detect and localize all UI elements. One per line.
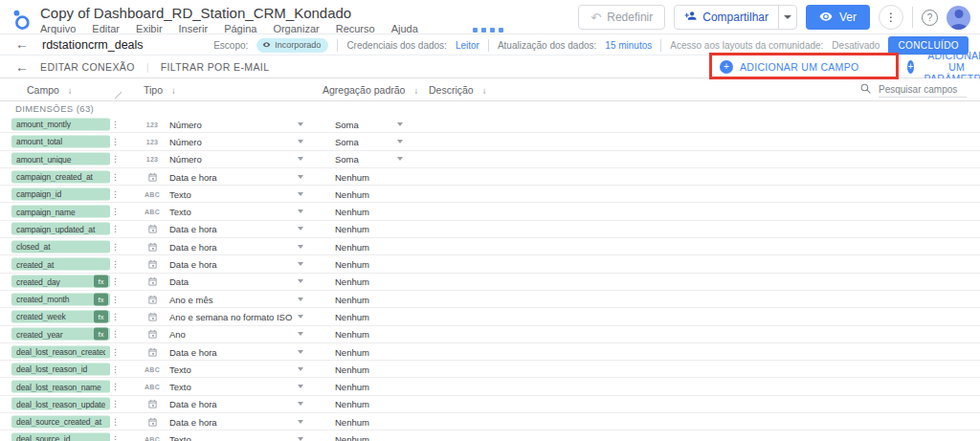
- field-type[interactable]: Texto: [169, 188, 191, 199]
- field-aggregation[interactable]: Nenhum: [335, 346, 369, 357]
- view-button[interactable]: Ver: [806, 5, 870, 30]
- type-dropdown-icon[interactable]: [298, 245, 303, 249]
- aggregation-dropdown-icon[interactable]: [397, 157, 403, 161]
- menu-organizar[interactable]: Organizar: [273, 23, 319, 34]
- aggregation-dropdown-icon[interactable]: [397, 140, 403, 143]
- filter-by-email-link[interactable]: FILTRAR POR E-MAIL: [161, 61, 270, 73]
- field-pill[interactable]: created_at: [11, 258, 110, 271]
- field-pill[interactable]: campaign_name: [11, 206, 110, 218]
- field-menu-icon[interactable]: ⋮: [111, 207, 120, 216]
- type-dropdown-icon[interactable]: [298, 122, 303, 126]
- menu-pagina[interactable]: Página: [224, 23, 256, 34]
- field-aggregation[interactable]: Nenhum: [335, 329, 369, 340]
- type-dropdown-icon[interactable]: [298, 437, 303, 441]
- sort-arrow-icon[interactable]: ↓: [413, 85, 418, 96]
- field-pill[interactable]: campaign_updated_at: [11, 223, 110, 235]
- sort-arrow-icon[interactable]: ↓: [171, 85, 176, 96]
- share-dropdown-button[interactable]: [778, 6, 796, 29]
- column-header-field[interactable]: Campo↓: [27, 78, 73, 101]
- sort-arrow-icon[interactable]: ↓: [482, 85, 487, 96]
- field-type[interactable]: Texto: [169, 433, 191, 441]
- scope-badge[interactable]: Incorporado: [256, 38, 328, 53]
- back-arrow-icon[interactable]: ←: [15, 59, 29, 75]
- field-menu-icon[interactable]: ⋮: [111, 382, 120, 391]
- type-dropdown-icon[interactable]: [298, 279, 303, 283]
- menu-ajuda[interactable]: Ajuda: [391, 23, 418, 34]
- column-header-aggregation[interactable]: Agregação padrão↓: [323, 78, 418, 101]
- field-pill[interactable]: deal_source_created_at: [11, 415, 110, 428]
- menu-exibir[interactable]: Exibir: [136, 23, 163, 34]
- add-field-button[interactable]: + ADICIONAR UM CAMPO: [720, 55, 858, 78]
- type-dropdown-icon[interactable]: [298, 332, 303, 336]
- type-dropdown-icon[interactable]: [298, 192, 303, 196]
- field-aggregation[interactable]: Nenhum: [335, 241, 369, 252]
- field-menu-icon[interactable]: ⋮: [111, 295, 120, 304]
- type-dropdown-icon[interactable]: [298, 157, 303, 161]
- type-dropdown-icon[interactable]: [298, 209, 303, 213]
- field-pill[interactable]: deal_lost_reason_created..: [11, 345, 110, 358]
- help-icon[interactable]: ?: [922, 10, 938, 26]
- menu-editar[interactable]: Editar: [92, 23, 120, 34]
- field-pill[interactable]: amount_unique: [11, 153, 110, 165]
- type-dropdown-icon[interactable]: [298, 367, 303, 371]
- field-type[interactable]: Data e hora: [169, 346, 217, 357]
- edit-connection-link[interactable]: EDITAR CONEXÃO: [40, 61, 135, 73]
- field-menu-icon[interactable]: ⋮: [111, 224, 120, 233]
- type-dropdown-icon[interactable]: [298, 262, 303, 266]
- field-aggregation[interactable]: Nenhum: [335, 433, 369, 441]
- field-type[interactable]: Data e hora: [169, 259, 217, 270]
- field-type[interactable]: Data e hora: [169, 399, 217, 409]
- field-type[interactable]: Data e hora: [169, 224, 217, 234]
- field-pill[interactable]: campaign_created_at: [11, 170, 110, 183]
- field-aggregation[interactable]: Nenhum: [335, 399, 369, 409]
- type-dropdown-icon[interactable]: [298, 420, 303, 424]
- field-menu-icon[interactable]: ⋮: [111, 347, 120, 357]
- type-dropdown-icon[interactable]: [298, 175, 303, 179]
- field-type[interactable]: Ano e mês: [169, 294, 212, 304]
- field-type[interactable]: Número: [169, 119, 202, 129]
- mini-toolbar-icons[interactable]: [473, 28, 503, 33]
- type-dropdown-icon[interactable]: [298, 140, 303, 143]
- field-aggregation[interactable]: Nenhum: [335, 276, 369, 287]
- field-aggregation[interactable]: Nenhum: [335, 224, 369, 234]
- field-menu-icon[interactable]: ⋮: [111, 399, 120, 408]
- field-menu-icon[interactable]: ⋮: [111, 329, 120, 339]
- field-pill[interactable]: campaign_id: [11, 187, 110, 200]
- field-menu-icon[interactable]: ⋮: [111, 312, 120, 321]
- field-pill[interactable]: created_week fx: [11, 310, 110, 322]
- field-type[interactable]: Data: [169, 276, 189, 287]
- field-pill[interactable]: created_month fx: [11, 293, 110, 305]
- field-aggregation[interactable]: Nenhum: [335, 188, 369, 199]
- field-aggregation[interactable]: Nenhum: [335, 382, 369, 392]
- aggregation-dropdown-icon[interactable]: [397, 122, 403, 126]
- field-pill[interactable]: amount_total: [11, 135, 110, 147]
- field-menu-icon[interactable]: ⋮: [111, 276, 120, 286]
- reset-button[interactable]: ↶ Redefinir: [578, 5, 665, 30]
- type-dropdown-icon[interactable]: [298, 385, 303, 388]
- type-dropdown-icon[interactable]: [298, 402, 303, 406]
- field-aggregation[interactable]: Nenhum: [335, 416, 369, 427]
- field-menu-icon[interactable]: ⋮: [111, 364, 120, 374]
- field-type[interactable]: Texto: [169, 364, 191, 374]
- field-menu-icon[interactable]: ⋮: [111, 259, 120, 269]
- field-pill[interactable]: deal_lost_reason_name: [11, 381, 110, 393]
- field-type[interactable]: Ano: [169, 329, 186, 340]
- type-dropdown-icon[interactable]: [298, 350, 303, 354]
- field-aggregation[interactable]: Nenhum: [335, 364, 369, 374]
- avatar[interactable]: [947, 6, 970, 30]
- field-type[interactable]: Ano e semana no formato ISO: [169, 311, 292, 321]
- field-menu-icon[interactable]: ⋮: [111, 189, 120, 199]
- field-pill[interactable]: deal_lost_reason_update..: [11, 398, 110, 410]
- menu-recurso[interactable]: Recurso: [336, 23, 375, 34]
- sort-arrow-icon[interactable]: ↓: [68, 85, 73, 96]
- field-aggregation[interactable]: Nenhum: [335, 171, 369, 182]
- menu-inserir[interactable]: Inserir: [179, 23, 209, 34]
- field-type[interactable]: Número: [169, 136, 202, 146]
- column-resize-handle[interactable]: [115, 92, 122, 99]
- more-options-button[interactable]: ⋮: [879, 5, 903, 30]
- credentials-value[interactable]: Leitor: [456, 40, 479, 51]
- field-aggregation[interactable]: Soma: [335, 119, 359, 129]
- field-pill[interactable]: amount_montly: [11, 118, 110, 130]
- field-aggregation[interactable]: Soma: [335, 136, 359, 146]
- field-aggregation[interactable]: Nenhum: [335, 311, 369, 321]
